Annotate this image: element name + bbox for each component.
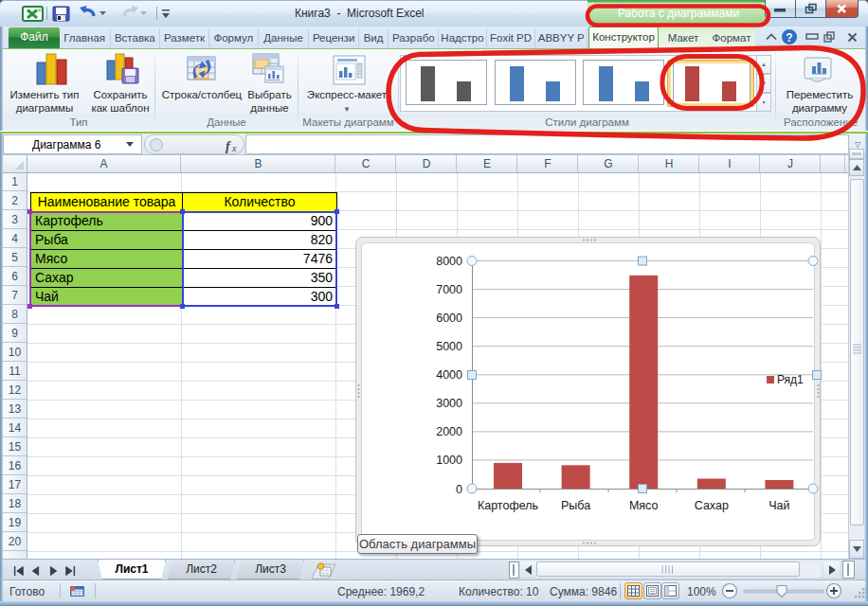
- svg-text:2000: 2000: [436, 425, 462, 438]
- svg-text:7000: 7000: [436, 283, 462, 296]
- svg-text:?: ?: [786, 31, 792, 45]
- svg-text:Картофель: Картофель: [478, 499, 538, 512]
- svg-text:8000: 8000: [436, 255, 462, 268]
- svg-text:f: f: [226, 139, 231, 153]
- svg-text:4000: 4000: [436, 368, 462, 382]
- svg-text:Сахар: Сахар: [695, 499, 729, 512]
- svg-text:x: x: [231, 143, 237, 153]
- svg-text:0: 0: [456, 483, 462, 496]
- svg-text:1000: 1000: [436, 454, 462, 467]
- svg-text:Рыба: Рыба: [561, 499, 590, 512]
- svg-text:3000: 3000: [436, 397, 462, 410]
- svg-text:Мясо: Мясо: [629, 499, 659, 512]
- svg-text:Чай: Чай: [769, 499, 789, 512]
- svg-text:6000: 6000: [436, 312, 462, 325]
- svg-text:5000: 5000: [436, 340, 462, 353]
- svg-text:Ряд1: Ряд1: [777, 373, 804, 386]
